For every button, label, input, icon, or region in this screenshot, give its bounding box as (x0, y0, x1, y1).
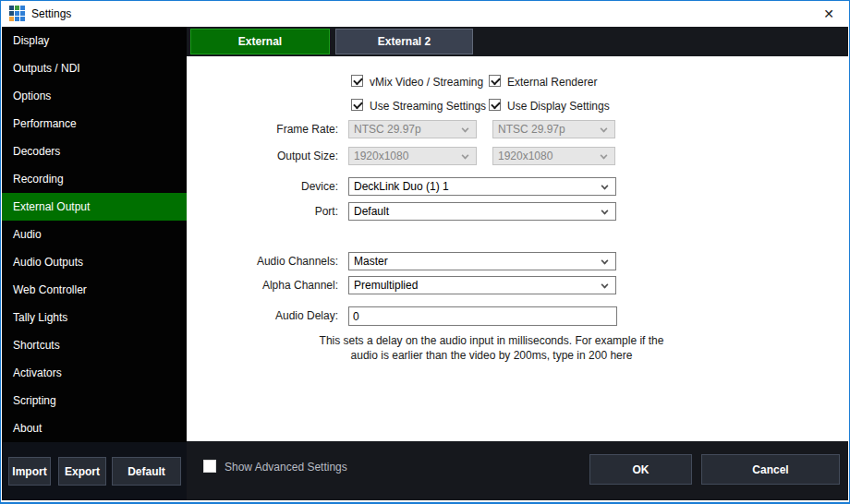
settings-window: Settings ✕ Display Outputs / NDI Options… (0, 0, 850, 504)
vmix-video-streaming-checkbox[interactable] (351, 75, 363, 87)
sidebar-item-about[interactable]: About (2, 414, 187, 442)
frame-rate-value-2: NTSC 29.97p (498, 123, 565, 136)
audio-delay-help-text: This sets a delay on the audio input in … (316, 333, 667, 363)
audio-channels-label: Audio Channels: (204, 255, 338, 268)
frame-rate-value-1: NTSC 29.97p (354, 123, 421, 136)
frame-rate-label: Frame Rate: (204, 123, 338, 136)
sidebar-footer: Import Export Default (2, 442, 187, 500)
title-bar: Settings ✕ (2, 1, 848, 27)
sidebar: Display Outputs / NDI Options Performanc… (2, 27, 187, 500)
external-output-panel: vMix Video / Streaming External Renderer… (187, 56, 848, 444)
frame-rate-select-1: NTSC 29.97p (348, 120, 477, 138)
sidebar-item-display[interactable]: Display (2, 27, 187, 54)
chevron-down-icon (601, 282, 609, 289)
close-icon[interactable]: ✕ (815, 1, 843, 26)
sidebar-item-recording[interactable]: Recording (2, 165, 187, 193)
chevron-down-icon (462, 126, 469, 133)
window-title: Settings (31, 7, 71, 20)
vmix-video-streaming-label: vMix Video / Streaming (370, 76, 483, 89)
sidebar-item-audio[interactable]: Audio (2, 221, 187, 248)
use-display-settings-label: Use Display Settings (507, 100, 610, 113)
device-select[interactable]: DeckLink Duo (1) 1 (348, 177, 616, 196)
show-advanced-settings-checkbox[interactable] (203, 460, 216, 473)
default-button[interactable]: Default (112, 457, 181, 486)
sidebar-item-audio-outputs[interactable]: Audio Outputs (2, 248, 187, 276)
cancel-button[interactable]: Cancel (701, 454, 840, 485)
sidebar-item-outputs-ndi[interactable]: Outputs / NDI (2, 54, 187, 82)
port-label: Port: (204, 205, 338, 218)
chevron-down-icon (601, 152, 608, 160)
sidebar-item-web-controller[interactable]: Web Controller (2, 276, 187, 304)
chevron-down-icon (601, 208, 609, 215)
ok-button[interactable]: OK (589, 454, 692, 485)
output-size-select-1: 1920x1080 (348, 147, 477, 165)
alpha-channel-label: Alpha Channel: (204, 279, 338, 292)
tab-external[interactable]: External (190, 29, 330, 54)
sidebar-item-scripting[interactable]: Scripting (2, 387, 187, 414)
use-streaming-settings-label: Use Streaming Settings (370, 100, 486, 113)
sidebar-item-activators[interactable]: Activators (2, 359, 187, 387)
chevron-down-icon (601, 126, 608, 133)
tab-external-2[interactable]: External 2 (335, 29, 473, 54)
output-size-label: Output Size: (204, 150, 338, 162)
external-renderer-checkbox[interactable] (489, 75, 501, 87)
audio-delay-input[interactable] (348, 306, 617, 326)
sidebar-item-shortcuts[interactable]: Shortcuts (2, 331, 187, 359)
use-streaming-settings-checkbox[interactable] (351, 99, 363, 111)
footer-bar: Show Advanced Settings OK Cancel (187, 441, 848, 500)
show-advanced-settings-label: Show Advanced Settings (225, 461, 347, 474)
chevron-down-icon (462, 152, 469, 160)
device-value: DeckLink Duo (1) 1 (354, 180, 449, 193)
import-button[interactable]: Import (8, 457, 51, 486)
use-display-settings-checkbox[interactable] (489, 99, 501, 111)
audio-delay-label: Audio Delay: (204, 309, 338, 322)
audio-channels-select[interactable]: Master (348, 252, 616, 270)
external-renderer-label: External Renderer (507, 76, 597, 89)
sidebar-item-tally-lights[interactable]: Tally Lights (2, 304, 187, 331)
output-size-select-2: 1920x1080 (492, 147, 615, 165)
alpha-channel-select[interactable]: Premultiplied (348, 276, 616, 294)
output-size-value-2: 1920x1080 (498, 150, 552, 162)
chevron-down-icon (601, 183, 609, 190)
sidebar-item-external-output[interactable]: External Output (2, 193, 187, 221)
alpha-channel-value: Premultiplied (354, 279, 418, 292)
device-label: Device: (204, 180, 338, 193)
sidebar-item-decoders[interactable]: Decoders (2, 138, 187, 165)
output-size-value-1: 1920x1080 (354, 150, 408, 162)
audio-channels-value: Master (354, 255, 388, 268)
sidebar-item-performance[interactable]: Performance (2, 110, 187, 138)
chevron-down-icon (601, 258, 609, 265)
port-select[interactable]: Default (348, 202, 616, 221)
frame-rate-select-2: NTSC 29.97p (492, 120, 615, 138)
tab-strip: External External 2 (187, 27, 848, 56)
vmix-logo-icon (9, 6, 25, 21)
port-value: Default (354, 205, 389, 218)
sidebar-item-options[interactable]: Options (2, 82, 187, 110)
export-button[interactable]: Export (58, 457, 106, 486)
